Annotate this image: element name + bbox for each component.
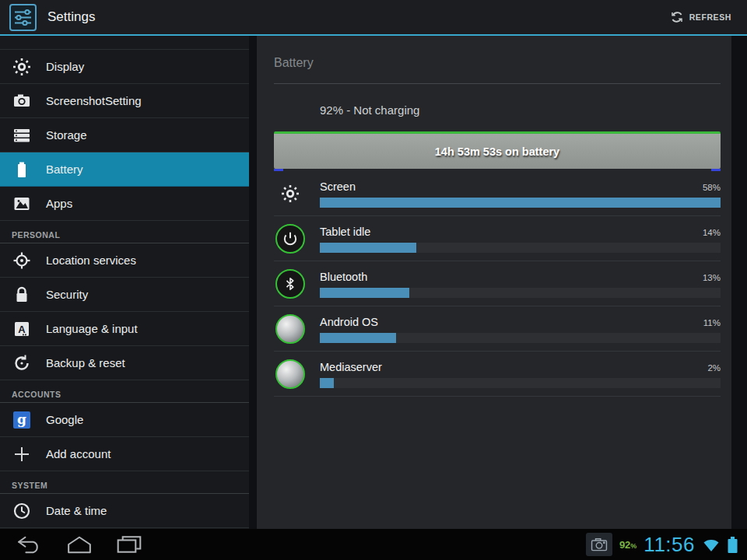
location-icon bbox=[12, 250, 32, 271]
svg-text:A: A bbox=[18, 323, 26, 334]
sidebar-section-accounts: ACCOUNTS bbox=[0, 380, 249, 403]
consumer-bar-track bbox=[320, 198, 721, 208]
consumer-bar-track bbox=[320, 288, 721, 298]
consumer-label: Screen bbox=[320, 180, 703, 193]
sidebar-item-label: Backup & reset bbox=[46, 356, 125, 369]
bluetooth-badge-icon bbox=[274, 268, 306, 299]
brightness-icon bbox=[274, 177, 306, 209]
battery-history-bar[interactable]: 14h 53m 53s on battery bbox=[274, 131, 721, 169]
history-tick-right bbox=[711, 169, 721, 171]
sidebar-section-personal: PERSONAL bbox=[0, 221, 249, 243]
panel-divider bbox=[274, 83, 721, 84]
refresh-icon bbox=[670, 10, 684, 24]
sidebar-item-label: Language & input bbox=[46, 322, 138, 335]
sidebar-item-label: Security bbox=[46, 288, 88, 301]
sidebar-item-label: Location services bbox=[46, 254, 136, 267]
sidebar-item-label: Date & time bbox=[46, 504, 107, 517]
panel-title: Battery bbox=[274, 56, 721, 70]
sidebar-item-google[interactable]: gGoogle bbox=[0, 403, 249, 437]
consumer-bar-fill bbox=[320, 378, 334, 388]
clock-icon bbox=[12, 501, 32, 521]
status-battery-icon bbox=[728, 537, 738, 553]
wifi-icon bbox=[702, 537, 721, 552]
consumer-bar-track bbox=[320, 378, 721, 388]
apps-icon bbox=[12, 194, 32, 214]
section-label: ACCOUNTS bbox=[12, 390, 61, 399]
language-icon: A bbox=[12, 319, 32, 339]
sphere-badge-icon bbox=[274, 358, 306, 390]
recent-apps-button[interactable] bbox=[104, 529, 154, 560]
consumer-row-bluetooth[interactable]: Bluetooth13% bbox=[274, 261, 721, 306]
screenshot-camera-icon bbox=[586, 533, 612, 556]
brightness-icon bbox=[12, 57, 32, 77]
sidebar-item-storage[interactable]: Storage bbox=[0, 118, 249, 152]
consumer-row-mediaserver[interactable]: Mediaserver2% bbox=[274, 352, 721, 397]
charge-status-text: 92% - Not charging bbox=[320, 103, 721, 117]
consumer-bar-track bbox=[320, 243, 721, 253]
status-cluster: 92% 11:56 bbox=[586, 533, 747, 557]
consumer-bar-fill bbox=[320, 243, 416, 253]
sidebar-item-label: Battery bbox=[46, 163, 83, 176]
consumer-percent: 14% bbox=[703, 228, 721, 237]
consumer-label: Bluetooth bbox=[320, 271, 703, 283]
sidebar-item-location-services[interactable]: Location services bbox=[0, 243, 249, 278]
consumer-bar-fill bbox=[320, 198, 721, 208]
sidebar-item-backup-reset[interactable]: Backup & reset bbox=[0, 346, 249, 380]
sidebar-item-battery[interactable]: Battery bbox=[0, 152, 249, 187]
consumer-percent: 58% bbox=[703, 183, 721, 192]
sidebar-item-security[interactable]: Security bbox=[0, 278, 249, 312]
system-navbar: 92% 11:56 bbox=[0, 529, 747, 560]
backup-icon bbox=[12, 353, 32, 373]
camera-icon bbox=[12, 91, 32, 111]
status-battery-percent: 92% bbox=[619, 539, 637, 551]
consumer-row-screen[interactable]: Screen58% bbox=[274, 171, 721, 216]
sidebar-item-label: Display bbox=[46, 60, 84, 73]
consumer-label: Mediaserver bbox=[320, 361, 707, 373]
battery-consumer-list: Screen58% Tablet idle14%Bluetooth13%Andr… bbox=[274, 171, 721, 397]
back-button[interactable] bbox=[5, 529, 54, 560]
history-tick-left bbox=[274, 169, 283, 171]
consumer-percent: 13% bbox=[703, 273, 721, 282]
sidebar-item-date-time[interactable]: Date & time bbox=[0, 494, 249, 528]
plus-icon bbox=[12, 444, 32, 464]
status-clock: 11:56 bbox=[644, 533, 695, 557]
android-settings-screen: Settings REFRESH Display ScreenshotSet bbox=[0, 0, 747, 560]
sidebar-item-language-input[interactable]: A Language & input bbox=[0, 312, 249, 346]
consumer-bar-fill bbox=[320, 288, 409, 298]
section-label: SYSTEM bbox=[12, 481, 47, 490]
consumer-bar-fill bbox=[320, 333, 396, 343]
home-button[interactable] bbox=[54, 529, 104, 560]
settings-sidebar: Display ScreenshotSetting Storage Batter… bbox=[0, 36, 249, 529]
page-title: Settings bbox=[47, 9, 95, 25]
battery-icon bbox=[12, 159, 32, 180]
duration-label: 14h 53m 53s on battery bbox=[435, 145, 559, 158]
sidebar-item-apps[interactable]: Apps bbox=[0, 187, 249, 221]
consumer-label: Tablet idle bbox=[320, 226, 703, 238]
battery-panel: Battery 92% - Not charging 14h 53m 53s o… bbox=[257, 36, 731, 529]
sidebar-item-label: Add account bbox=[46, 447, 110, 460]
sidebar-item-label: Storage bbox=[46, 128, 87, 142]
sidebar-item-label: Google bbox=[46, 413, 83, 426]
consumer-percent: 11% bbox=[703, 318, 721, 327]
section-label: PERSONAL bbox=[12, 230, 60, 240]
sphere-badge-icon bbox=[274, 313, 306, 345]
scrolled-item-stub bbox=[0, 36, 249, 50]
power-badge-icon bbox=[274, 222, 306, 254]
sidebar-item-display[interactable]: Display bbox=[0, 50, 249, 84]
consumer-bar-track bbox=[320, 333, 721, 343]
storage-icon bbox=[12, 125, 32, 145]
content-area: Display ScreenshotSetting Storage Batter… bbox=[0, 36, 747, 529]
sidebar-item-screenshotsetting[interactable]: ScreenshotSetting bbox=[0, 84, 249, 118]
action-bar: Settings REFRESH bbox=[0, 0, 747, 36]
consumer-label: Android OS bbox=[320, 316, 703, 328]
refresh-button[interactable]: REFRESH bbox=[664, 5, 738, 29]
consumer-row-tablet-idle[interactable]: Tablet idle14% bbox=[274, 216, 721, 261]
settings-app-icon bbox=[9, 4, 37, 31]
sidebar-item-label: ScreenshotSetting bbox=[46, 94, 142, 107]
google-icon: g bbox=[12, 410, 32, 430]
sidebar-section-system: SYSTEM bbox=[0, 471, 249, 494]
consumer-row-android-os[interactable]: Android OS11% bbox=[274, 306, 721, 352]
sidebar-item-add-account[interactable]: Add account bbox=[0, 437, 249, 471]
lock-icon bbox=[12, 285, 32, 305]
refresh-label: REFRESH bbox=[689, 12, 731, 22]
